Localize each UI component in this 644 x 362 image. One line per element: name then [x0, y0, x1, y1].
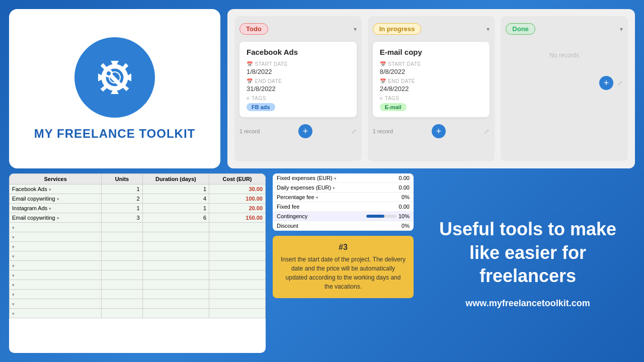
- kanban-footer-inprogress: 1 record + ⤢: [373, 121, 490, 138]
- expense-value-1: 0.00: [353, 183, 414, 193]
- service-cell-empty-9: ▾: [10, 270, 102, 280]
- inprogress-dropdown-icon[interactable]: ▾: [487, 26, 490, 33]
- inprogress-expand-icon[interactable]: ⤢: [484, 128, 490, 135]
- service-cell-empty-12: ▾: [10, 299, 102, 309]
- cost-cell-empty-12: [209, 299, 266, 309]
- duration-cell-empty-9: [142, 270, 209, 280]
- cost-cell-1: 100.00: [209, 194, 266, 204]
- duration-cell-empty-7: [142, 251, 209, 261]
- tagline-text: Useful tools to make like easier for fre…: [431, 218, 625, 288]
- kanban-column-todo: Todo ▾ Facebook Ads 📅 START DATE 1/8/202…: [234, 16, 362, 161]
- kanban-card-title: Facebook Ads: [247, 48, 350, 56]
- gear-wrench-icon: [90, 52, 140, 103]
- cost-cell-empty-5: [209, 232, 266, 242]
- service-cell-empty-8: ▾: [10, 261, 102, 270]
- todo-record-count: 1 record: [239, 128, 260, 134]
- expense-value-4: 10%: [353, 212, 414, 221]
- kanban-column-done: Done ▾ No records + ⤢: [501, 16, 628, 161]
- inprogress-end-date-label: 📅 END DATE: [380, 78, 483, 84]
- tagline-section: Useful tools to make like easier for fre…: [421, 173, 635, 353]
- cost-cell-empty-11: [209, 290, 266, 299]
- end-date-label: 📅 END DATE: [247, 78, 350, 84]
- expenses-table-inner: Fixed expenses (EUR) ▾ 0.00 Daily expens…: [273, 173, 414, 231]
- kanban-column-header-inprogress: In progress ▾: [373, 21, 490, 38]
- done-dropdown-icon[interactable]: ▾: [620, 26, 623, 33]
- service-cell-2[interactable]: Instagram Ads ▾: [10, 204, 102, 213]
- expenses-table: Fixed expenses (EUR) ▾ 0.00 Daily expens…: [273, 173, 414, 231]
- info-box-text: Insert the start date of the project. Th…: [281, 255, 406, 291]
- kanban-footer-todo: 1 record + ⤢: [239, 121, 357, 138]
- expense-label-0: Fixed expenses (EUR) ▾: [273, 173, 353, 183]
- logo-card: MY FREELANCE TOOLKIT: [9, 9, 220, 168]
- kanban-card-facebook-ads[interactable]: Facebook Ads 📅 START DATE 1/8/2022 📅 END…: [239, 42, 357, 117]
- logo-icon-wrapper: [74, 37, 155, 118]
- inprogress-add-button[interactable]: +: [432, 124, 446, 138]
- expense-value-5: 0%: [353, 221, 414, 231]
- units-cell-empty-4: [102, 223, 142, 232]
- todo-add-button[interactable]: +: [298, 124, 312, 138]
- units-cell-empty-5: [102, 232, 142, 242]
- kanban-column-inprogress: In progress ▾ E-mail copy 📅 START DATE 8…: [368, 16, 495, 161]
- duration-cell-empty-8: [142, 261, 209, 270]
- duration-cell-empty-11: [142, 290, 209, 299]
- inprogress-record-count: 1 record: [373, 128, 393, 134]
- units-cell-empty-6: [102, 242, 142, 251]
- service-cell-3[interactable]: Email copywriting ▾: [10, 213, 102, 223]
- spreadsheet-table: Services Units Duration (days) Cost (EUR…: [9, 173, 266, 318]
- units-cell-empty-13: [102, 309, 142, 318]
- done-expand-icon[interactable]: ⤢: [617, 79, 623, 87]
- expense-value-2: 0%: [353, 193, 414, 202]
- kanban-card-email-copy[interactable]: E-mail copy 📅 START DATE 8/8/2022 📅 END …: [373, 42, 490, 117]
- inprogress-start-date-label: 📅 START DATE: [380, 61, 483, 67]
- kanban-column-header-done: Done ▾: [506, 21, 623, 38]
- duration-cell-empty-5: [142, 232, 209, 242]
- done-no-records: No records: [506, 42, 623, 69]
- logo-title: MY FREELANCE TOOLKIT: [34, 127, 195, 141]
- middle-section: Fixed expenses (EUR) ▾ 0.00 Daily expens…: [273, 173, 414, 353]
- done-add-button[interactable]: +: [599, 76, 613, 90]
- cost-cell-empty-7: [209, 251, 266, 261]
- kanban-board: Todo ▾ Facebook Ads 📅 START DATE 1/8/202…: [227, 9, 635, 168]
- tags-label: ≡ TAGS: [247, 96, 350, 101]
- kanban-label-inprogress: In progress: [373, 23, 422, 35]
- cost-cell-3: 150.00: [209, 213, 266, 223]
- col-header-services: Services: [10, 174, 102, 185]
- cost-cell-empty-6: [209, 242, 266, 251]
- units-cell-1: 2: [102, 194, 142, 204]
- service-cell-0[interactable]: Facebook Ads ▾: [10, 185, 102, 194]
- expense-label-1: Daily expenses (EUR) ▾: [273, 183, 353, 193]
- todo-expand-icon[interactable]: ⤢: [351, 128, 357, 135]
- expense-value-0: 0.00: [353, 173, 414, 183]
- duration-cell-3: 6: [142, 213, 209, 223]
- inprogress-tags-label: ≡ TAGS: [380, 96, 483, 101]
- duration-cell-1: 4: [142, 194, 209, 204]
- inprogress-end-date-value: 24/8/2022: [380, 85, 483, 93]
- start-date-value: 1/8/2022: [247, 68, 350, 75]
- units-cell-empty-11: [102, 290, 142, 299]
- cost-cell-empty-8: [209, 261, 266, 270]
- service-cell-empty-10: ▾: [10, 280, 102, 290]
- service-cell-empty-11: ▾: [10, 290, 102, 299]
- expense-label-3: Fixed fee: [273, 202, 353, 212]
- cost-cell-empty-4: [209, 223, 266, 232]
- start-date-label: 📅 START DATE: [247, 61, 350, 67]
- duration-cell-0: 1: [142, 185, 209, 194]
- kanban-label-todo: Todo: [239, 23, 268, 35]
- service-cell-1[interactable]: Email copywriting ▾: [10, 194, 102, 204]
- tag-fb-ads: FB ads: [247, 103, 275, 111]
- duration-cell-empty-13: [142, 309, 209, 318]
- todo-dropdown-icon[interactable]: ▾: [354, 26, 357, 33]
- end-date-value: 31/8/2022: [247, 85, 350, 93]
- units-cell-empty-9: [102, 270, 142, 280]
- col-header-cost: Cost (EUR): [209, 174, 266, 185]
- col-header-units: Units: [102, 174, 142, 185]
- service-cell-empty-4: ▾: [10, 223, 102, 232]
- col-header-duration: Duration (days): [142, 174, 209, 185]
- duration-cell-empty-6: [142, 242, 209, 251]
- service-cell-empty-6: ▾: [10, 242, 102, 251]
- units-cell-empty-12: [102, 299, 142, 309]
- tag-email: E-mail: [380, 103, 407, 111]
- expense-label-2: Percentage fee ▾: [273, 193, 353, 202]
- units-cell-empty-10: [102, 280, 142, 290]
- kanban-label-done: Done: [506, 23, 535, 35]
